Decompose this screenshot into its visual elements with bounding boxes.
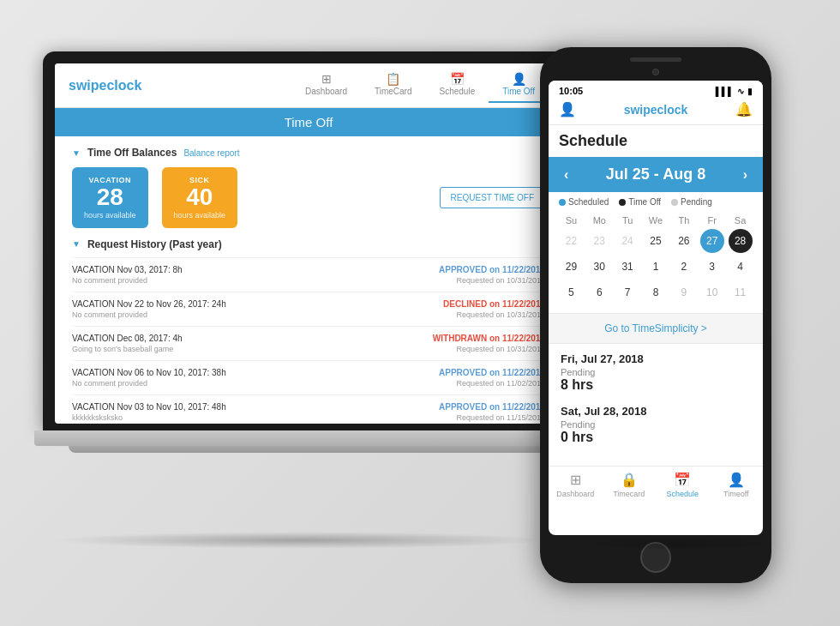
cal-day[interactable]: 25 — [644, 229, 668, 253]
calendar-grid: Su Mo Tu We Th Fr Sa 2223242526272829303… — [549, 212, 763, 313]
sick-balance-card: SICK 40 hours available — [162, 167, 238, 228]
cal-day[interactable]: 6 — [587, 280, 611, 304]
cal-week: 22232425262728 — [557, 229, 754, 253]
cal-day[interactable]: 11 — [729, 280, 753, 304]
phone-shadow — [581, 538, 778, 551]
history-right: APPROVED on 11/22/2017 Requested on 11/1… — [439, 402, 545, 422]
history-row: VACATION Nov 22 to Nov 26, 2017: 24h No … — [72, 292, 545, 326]
nav-tab-schedule[interactable]: 📅 Schedule — [426, 68, 489, 103]
cal-day[interactable]: 4 — [729, 255, 753, 279]
phone-page-title: Schedule — [559, 132, 627, 150]
history-req-date: Requested on 10/31/2017 — [433, 345, 545, 353]
page-title: Time Off — [285, 115, 333, 129]
balance-report-link[interactable]: Balance report — [183, 148, 239, 158]
balances-section-title: ▼ Time Off Balances Balance report — [72, 147, 545, 159]
cal-day[interactable]: 28 — [729, 229, 753, 253]
legend-scheduled: Scheduled — [559, 197, 609, 207]
history-section-title: ▼ Request History (Past year) — [72, 238, 545, 250]
phone-nav-timecard[interactable]: 🔒 Timecard — [603, 472, 657, 498]
goto-link[interactable]: Go to TimeSimplicity > — [549, 313, 763, 344]
sick-sub: hours available — [174, 211, 226, 220]
cal-legend: Scheduled Time Off Pending — [549, 192, 763, 212]
phone-bottom-nav: ⊞ Dashboard 🔒 Timecard 📅 Schedule 👤 Time… — [549, 466, 763, 502]
history-left: VACATION Nov 06 to Nov 10, 2017: 38h No … — [72, 368, 226, 388]
cal-days-header: Su Mo Tu We Th Fr Sa — [557, 215, 754, 226]
cal-day[interactable]: 9 — [672, 280, 696, 304]
cal-day[interactable]: 24 — [615, 229, 639, 253]
history-req-date: Requested on 10/31/2017 — [443, 310, 545, 319]
balances-label: Time Off Balances — [87, 147, 177, 159]
nav-tab-dashboard[interactable]: ⊞ Dashboard — [291, 68, 361, 103]
vacation-balance-card: VACATION 28 hours available — [72, 167, 148, 228]
cal-day[interactable]: 26 — [672, 229, 696, 253]
dashboard-icon: ⊞ — [319, 73, 334, 85]
history-row: VACATION Nov 03 to Nov 10, 2017: 48h kkk… — [72, 394, 545, 424]
history-main: VACATION Dec 08, 2017: 4h — [72, 334, 183, 343]
scheduled-dot — [559, 199, 566, 206]
phone-timeoff-icon: 👤 — [728, 472, 745, 488]
cal-week: 2930311234 — [557, 255, 754, 279]
phone-nav-schedule[interactable]: 📅 Schedule — [656, 472, 710, 498]
phone-schedule-icon: 📅 — [674, 472, 691, 488]
schedule-icon: 📅 — [449, 73, 465, 85]
laptop-base — [34, 430, 583, 446]
cal-day[interactable]: 31 — [615, 255, 639, 279]
bell-icon: 🔔 — [735, 101, 753, 117]
cal-prev-button[interactable]: ‹ — [559, 167, 573, 183]
history-sub: Going to son's baseball game — [72, 345, 183, 353]
cal-day[interactable]: 7 — [615, 280, 639, 304]
phone-camera — [652, 69, 659, 75]
laptop-nav-tabs: ⊞ Dashboard 📋 TimeCard 📅 Schedule 👤 — [291, 68, 549, 103]
cal-day[interactable]: 8 — [644, 280, 668, 304]
page-title-bar: Time Off — [55, 108, 562, 136]
cal-day[interactable]: 5 — [559, 280, 583, 304]
cal-day[interactable]: 3 — [700, 255, 724, 279]
history-status: APPROVED on 11/22/2017 — [439, 402, 545, 412]
history-left: VACATION Nov 22 to Nov 26, 2017: 24h No … — [72, 299, 226, 319]
request-time-off-button[interactable]: REQUEST TIME OFF — [440, 187, 545, 208]
user-icon: 👤 — [559, 101, 576, 117]
history-row: VACATION Dec 08, 2017: 4h Going to son's… — [72, 326, 545, 360]
history-right: APPROVED on 11/22/2017 Requested on 11/0… — [439, 368, 545, 388]
phone-nav-dashboard[interactable]: ⊞ Dashboard — [549, 472, 603, 498]
history-req-date: Requested on 10/31/2017 — [439, 276, 545, 285]
history-main: VACATION Nov 22 to Nov 26, 2017: 24h — [72, 299, 226, 309]
phone-nav-timeoff[interactable]: 👤 Timeoff — [710, 472, 764, 498]
wifi-icon: ∿ — [737, 87, 744, 96]
cal-day[interactable]: 29 — [559, 255, 583, 279]
cal-next-button[interactable]: › — [738, 167, 753, 183]
cal-week: 567891011 — [557, 280, 754, 304]
history-right: APPROVED on 11/22/2017 Requested on 10/3… — [439, 265, 545, 285]
status-icons: ▌▌▌ ∿ ▮ — [716, 87, 753, 96]
battery-icon: ▮ — [747, 87, 753, 96]
scene: swipeclock ⊞ Dashboard 📋 TimeCard 📅 Sc — [0, 0, 840, 626]
history-main: VACATION Nov 03 to Nov 10, 2017: 48h — [72, 402, 226, 412]
history-left: VACATION Dec 08, 2017: 4h Going to son's… — [72, 334, 183, 353]
cal-day[interactable]: 30 — [587, 255, 611, 279]
history-sub: No comment provided — [72, 310, 226, 319]
history-row: VACATION Nov 03, 2017: 8h No comment pro… — [72, 257, 545, 292]
balances-section: ▼ Time Off Balances Balance report VACAT… — [55, 136, 562, 238]
sick-hours: 40 — [174, 184, 226, 211]
history-chevron-icon: ▼ — [72, 239, 81, 249]
phone-status-bar: 10:05 ▌▌▌ ∿ ▮ — [549, 81, 763, 98]
cal-day[interactable]: 27 — [700, 229, 724, 253]
legend-timeoff: Time Off — [619, 197, 661, 207]
laptop-foot — [69, 446, 549, 453]
nav-tab-timecard[interactable]: 📋 TimeCard — [361, 68, 426, 103]
cal-day[interactable]: 22 — [559, 229, 583, 253]
calendar-nav: ‹ Jul 25 - Aug 8 › — [549, 157, 763, 192]
laptop-device: swipeclock ⊞ Dashboard 📋 TimeCard 📅 Sc — [43, 51, 574, 453]
cal-day[interactable]: 23 — [587, 229, 611, 253]
phone-logo: swipeclock — [624, 103, 688, 117]
schedule-status: Pending — [561, 419, 751, 430]
phone-outer: 10:05 ▌▌▌ ∿ ▮ 👤 swipeclock 🔔 Schedule — [540, 47, 771, 583]
cal-day[interactable]: 1 — [644, 255, 668, 279]
laptop-screen-inner: swipeclock ⊞ Dashboard 📋 TimeCard 📅 Sc — [55, 63, 562, 424]
cal-day[interactable]: 10 — [700, 280, 724, 304]
history-left: VACATION Nov 03, 2017: 8h No comment pro… — [72, 265, 183, 285]
cal-day[interactable]: 2 — [672, 255, 696, 279]
phone-screen: 10:05 ▌▌▌ ∿ ▮ 👤 swipeclock 🔔 Schedule — [549, 81, 763, 535]
phone-app-header: 👤 swipeclock 🔔 — [549, 98, 763, 125]
vacation-hours: 28 — [84, 184, 136, 211]
